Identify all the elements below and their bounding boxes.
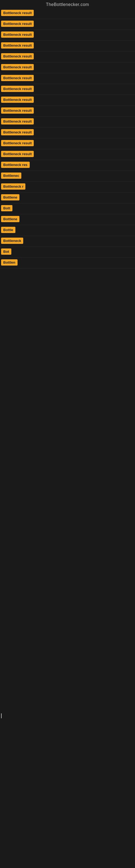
bottleneck-result-tag[interactable]: Bottleneck result (1, 97, 34, 103)
list-item[interactable]: Bottle (0, 225, 135, 236)
bottleneck-result-tag[interactable]: Bottleneck result (1, 10, 34, 16)
list-item[interactable]: Bottleneck result (0, 84, 135, 95)
list-item[interactable]: Bottleneck result (0, 52, 135, 62)
list-item[interactable]: Bottleneck result (0, 62, 135, 73)
list-item[interactable]: Bottleneck result (0, 41, 135, 52)
list-item[interactable]: Bott (0, 204, 135, 214)
bottleneck-result-tag[interactable]: Bottleneck result (1, 42, 34, 49)
bottleneck-result-tag[interactable]: Bottle (1, 227, 15, 233)
bottleneck-result-tag[interactable]: Bot (1, 248, 11, 255)
list-item[interactable]: Bottleneck result (0, 8, 135, 19)
list-item[interactable]: Bottleneck result (0, 127, 135, 138)
bottleneck-result-tag[interactable]: Bottlene (1, 194, 19, 200)
bottleneck-result-tag[interactable]: Bottleneck result (1, 86, 34, 92)
list-item[interactable]: Bottleneck res (0, 160, 135, 171)
text-cursor (1, 713, 2, 718)
list-item[interactable]: Bottleneck result (0, 95, 135, 106)
bottleneck-result-tag[interactable]: Bottleneck result (1, 129, 34, 135)
list-item[interactable]: Bottlenec (0, 171, 135, 182)
list-item[interactable]: Bottlene (0, 193, 135, 204)
bottleneck-result-tag[interactable]: Bottlen (1, 259, 17, 266)
bottleneck-result-tag[interactable]: Bottleneck result (1, 118, 34, 124)
page-container: TheBottlenecker.com Bottleneck resultBot… (0, 0, 135, 269)
list-item[interactable]: Bottleneck result (0, 149, 135, 160)
bottleneck-result-tag[interactable]: Bottleneck result (1, 151, 34, 157)
list-item[interactable]: Bot (0, 247, 135, 258)
bottleneck-result-tag[interactable]: Bottlene (1, 216, 19, 222)
list-item[interactable]: Bottleneck (0, 236, 135, 247)
bottleneck-result-tag[interactable]: Bottleneck (1, 238, 23, 244)
list-item[interactable]: Bottleneck result (0, 19, 135, 30)
list-item[interactable]: Bottleneck result (0, 106, 135, 117)
rows-container: Bottleneck resultBottleneck resultBottle… (0, 8, 135, 269)
list-item[interactable]: Bottlen (0, 258, 135, 269)
list-item[interactable]: Bottleneck result (0, 30, 135, 41)
bottleneck-result-tag[interactable]: Bottleneck result (1, 75, 34, 81)
list-item[interactable]: Bottleneck result (0, 73, 135, 84)
site-title: TheBottlenecker.com (0, 0, 135, 8)
bottleneck-result-tag[interactable]: Bottleneck result (1, 107, 34, 114)
bottleneck-result-tag[interactable]: Bottleneck result (1, 64, 34, 70)
list-item[interactable]: Bottleneck result (0, 117, 135, 127)
bottleneck-result-tag[interactable]: Bottleneck result (1, 53, 34, 59)
list-item[interactable]: Bottlene (0, 214, 135, 225)
bottleneck-result-tag[interactable]: Bottleneck result (1, 31, 34, 38)
bottleneck-result-tag[interactable]: Bottleneck result (1, 21, 34, 27)
bottleneck-result-tag[interactable]: Bottleneck r (1, 183, 26, 190)
bottleneck-result-tag[interactable]: Bottleneck result (1, 140, 34, 146)
bottleneck-result-tag[interactable]: Bottlenec (1, 173, 21, 179)
bottleneck-result-tag[interactable]: Bott (1, 205, 12, 211)
list-item[interactable]: Bottleneck r (0, 182, 135, 193)
bottleneck-result-tag[interactable]: Bottleneck res (1, 162, 30, 168)
list-item[interactable]: Bottleneck result (0, 138, 135, 149)
